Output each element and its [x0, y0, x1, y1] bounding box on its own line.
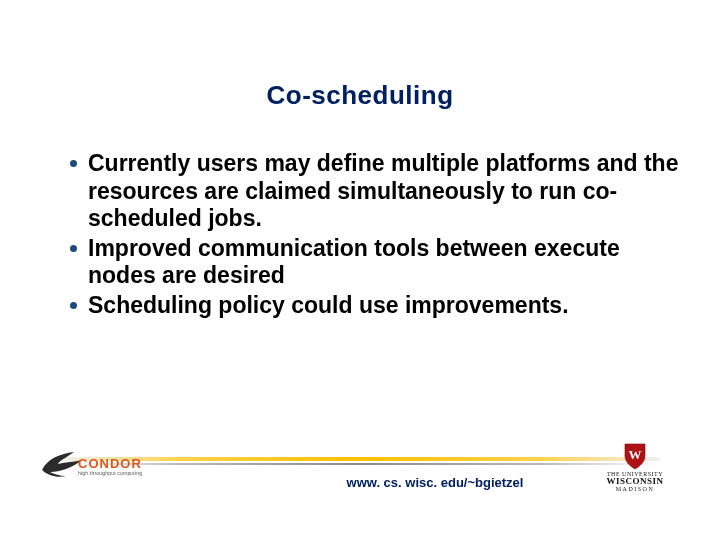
wisconsin-shield-icon: W — [623, 442, 647, 470]
condor-logo-text: CONDOR — [78, 456, 142, 471]
bullet-item: Scheduling policy could use improvements… — [70, 292, 680, 320]
svg-text:W: W — [629, 447, 642, 462]
wisconsin-logo-bottom: MADISON — [600, 486, 670, 492]
wisconsin-logo: W THE UNIVERSITY WISCONSIN MADISON — [600, 442, 670, 492]
slide: Co-scheduling Currently users may define… — [0, 0, 720, 540]
footer-url: www. cs. wisc. edu/~bgietzel — [60, 475, 660, 490]
bullet-item: Improved communication tools between exe… — [70, 235, 680, 290]
slide-footer: www. cs. wisc. edu/~bgietzel CONDOR high… — [60, 457, 660, 512]
wisconsin-logo-main: WISCONSIN — [600, 477, 670, 486]
condor-logo-subtext: high throughput computing — [78, 470, 142, 476]
slide-title: Co-scheduling — [0, 80, 720, 111]
condor-logo: CONDOR high throughput computing — [40, 450, 150, 482]
bullet-item: Currently users may define multiple plat… — [70, 150, 680, 233]
footer-rule — [60, 457, 660, 465]
slide-body: Currently users may define multiple plat… — [70, 150, 680, 322]
